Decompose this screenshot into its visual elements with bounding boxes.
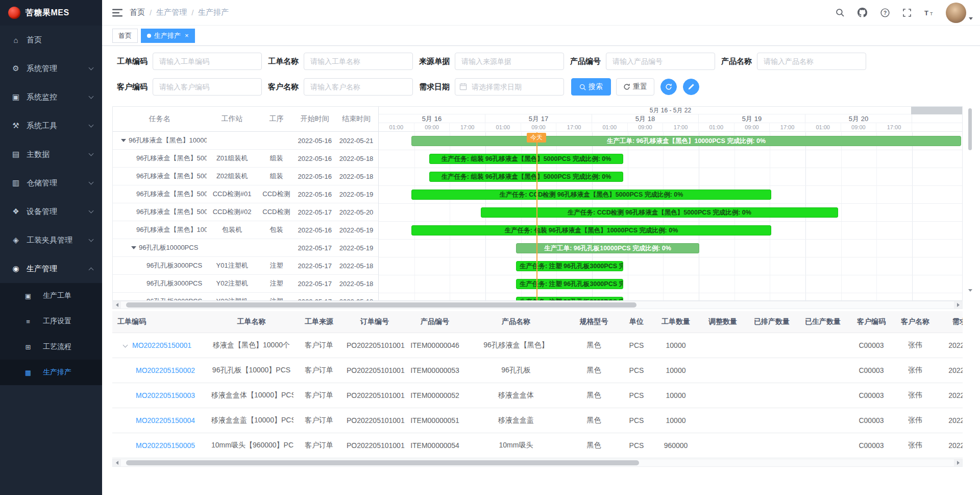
customer-name-input[interactable]: [304, 78, 413, 96]
gantt-task-bar[interactable]: 生产任务: 注塑 96孔孔板3000PCS 完成比例: 0%: [516, 297, 623, 300]
chevron-down-icon: [89, 65, 94, 70]
search-icon[interactable]: [836, 8, 844, 17]
scrollbar-track[interactable]: [121, 301, 954, 309]
workorder-link[interactable]: MO202205150004: [136, 416, 195, 425]
demand-date-input[interactable]: [455, 78, 564, 96]
scroll-right-button[interactable]: [954, 301, 962, 309]
breadcrumb-item[interactable]: 首页: [130, 8, 145, 17]
gantt-order-bar[interactable]: 生产工单: 96孔移液盒【黑色】10000PCS 完成比例: 0%: [411, 136, 961, 146]
source-doc-input[interactable]: [455, 53, 564, 70]
gantt-grid-row[interactable]: 96孔孔板10000PCS2022-05-172022-05-19: [113, 239, 378, 257]
tab-label: 生产排产: [154, 31, 181, 40]
sidebar-item-production-workorder[interactable]: ▣生产工单: [0, 283, 102, 309]
gantt-task-bar[interactable]: 生产任务: CCD检测 96孔移液盒【黑色】5000PCS 完成比例: 0%: [481, 207, 838, 218]
table-row[interactable]: MO202205150001移液盒【黑色】10000个客户订单PO2022051…: [112, 333, 963, 358]
gantt-grid-row[interactable]: 96孔移液盒【黑色】10000PCS2022-05-162022-05-21: [113, 132, 378, 150]
tree-expand-icon[interactable]: [131, 246, 136, 249]
table-row[interactable]: MO202205150003移液盒盒体【10000】PCS客户订单PO20220…: [112, 383, 963, 408]
github-icon[interactable]: [857, 8, 867, 17]
table-row[interactable]: MO20220515000510mm吸头【960000】PCS客户订单PO202…: [112, 433, 963, 458]
sidebar-item-warehouse-mgmt[interactable]: ▥仓储管理: [0, 169, 102, 197]
workorder-code-input[interactable]: [153, 53, 262, 70]
workorder-link[interactable]: MO202205150002: [136, 366, 195, 374]
table-row[interactable]: MO202205150004移液盒盒盖【10000】PCS客户订单PO20220…: [112, 408, 963, 433]
gantt-grid-row[interactable]: 96孔孔板3000PCSY01注塑机注塑2022-05-172022-05-18: [113, 257, 378, 275]
scrollbar-track[interactable]: [121, 459, 954, 466]
sidebar-item-label: 首页: [27, 35, 42, 45]
device-icon: ❖: [10, 207, 21, 216]
sidebar-item-device-mgmt[interactable]: ❖设备管理: [0, 197, 102, 226]
edit-columns-button[interactable]: [683, 79, 699, 95]
scroll-right-button[interactable]: [954, 459, 962, 466]
scrollbar-thumb[interactable]: [968, 108, 972, 150]
workorder-link[interactable]: MO202205150001: [132, 341, 191, 349]
product-name-input[interactable]: [757, 53, 866, 70]
gantt-task-bar[interactable]: 生产任务: CCD检测 96孔移液盒【黑色】5000PCS 完成比例: 0%: [411, 190, 771, 200]
scrollbar-thumb[interactable]: [126, 460, 639, 465]
column-header: 单位: [621, 311, 652, 333]
gantt-station: CCD检测#01: [207, 190, 258, 199]
sidebar-item-system-mgmt[interactable]: ⚙系统管理: [0, 54, 102, 83]
gantt-task-name: 96孔孔板3000PCS: [113, 261, 207, 270]
workorder-link[interactable]: MO202205150005: [136, 441, 195, 450]
sidebar-item-process-settings[interactable]: ≡工序设置: [0, 309, 102, 334]
scroll-down-button[interactable]: [968, 289, 972, 292]
gantt-task-grid: 任务名工作站工序开始时间结束时间 96孔移液盒【黑色】10000PCS2022-…: [113, 107, 379, 300]
table-row[interactable]: MO20220515000296孔孔板【10000】PCS客户订单PO20220…: [112, 358, 963, 383]
sidebar-item-production-mgmt[interactable]: ◉生产管理: [0, 254, 102, 283]
sidebar-item-system-tools[interactable]: ⚒系统工具: [0, 111, 102, 140]
sidebar-item-system-monitor[interactable]: ▣系统监控: [0, 83, 102, 111]
hamburger-icon[interactable]: [102, 9, 130, 17]
font-size-icon[interactable]: TT: [924, 9, 935, 16]
gantt-grid-row[interactable]: 96孔移液盒【黑色】5000PCSZ02组装机组装2022-05-162022-…: [113, 168, 378, 185]
product-code-input[interactable]: [606, 53, 715, 70]
app-logo[interactable]: 苦糖果MES: [0, 0, 102, 26]
customer-code-input[interactable]: [153, 78, 262, 96]
sidebar-item-home[interactable]: ⌂首页: [0, 26, 102, 54]
gantt-grid-row[interactable]: 96孔移液盒【黑色】5000PCSZ01组装机组装2022-05-162022-…: [113, 150, 378, 168]
workorder-name-input[interactable]: [304, 53, 413, 70]
scrollbar-thumb[interactable]: [126, 302, 636, 308]
scroll-left-button[interactable]: [113, 459, 121, 466]
gantt-task-bar[interactable]: 生产任务: 注塑 96孔孔板3000PCS 完成比例: 0%: [516, 279, 623, 289]
table-horizontal-scrollbar[interactable]: [112, 459, 963, 467]
gantt-grid-row[interactable]: 96孔移液盒【黑色】5000PCSCCD检测#01CCD检测2022-05-16…: [113, 185, 378, 203]
close-icon[interactable]: ×: [185, 32, 189, 39]
gantt-grid-row[interactable]: 96孔孔板3000PCSY02注塑机注塑2022-05-172022-05-18: [113, 275, 378, 293]
sidebar-item-fixture-mgmt[interactable]: ◈工装夹具管理: [0, 226, 102, 254]
gantt-grid-row[interactable]: 96孔孔板3000PCSY03注塑机注塑2022-05-172022-05-18: [113, 293, 378, 301]
gantt-grid-row[interactable]: 96孔移液盒【黑色】5000PCSCCD检测#02CCD检测2022-05-17…: [113, 203, 378, 221]
sidebar-item-production-scheduling[interactable]: ▦生产排产: [0, 360, 102, 385]
gantt-grid-row[interactable]: 96孔移液盒【黑色】10000PCS包装机包装2022-05-162022-05…: [113, 221, 378, 239]
gantt-task-bar[interactable]: 生产任务: 组装 96孔移液盒【黑色】5000PCS 完成比例: 0%: [429, 172, 623, 182]
tree-expand-icon[interactable]: [121, 139, 126, 142]
user-menu[interactable]: [946, 3, 980, 23]
scroll-left-button[interactable]: [113, 301, 121, 309]
table-cell: 10mm吸头【960000】PCS: [209, 433, 293, 458]
gantt-start-time: 2022-05-16: [295, 173, 334, 180]
gantt-vertical-scrollbar[interactable]: [968, 106, 972, 301]
bar-label: 生产任务: 包装 96孔移液盒【黑色】10000PCS 完成比例: 0%: [505, 226, 678, 235]
gantt-order-bar[interactable]: 生产工单: 96孔孔板10000PCS 完成比例: 0%: [516, 243, 699, 253]
workorder-link[interactable]: MO202205150003: [136, 391, 195, 399]
row-line: [379, 168, 962, 168]
sidebar-item-master-data[interactable]: ▤主数据: [0, 140, 102, 169]
gantt-task-bar[interactable]: 生产任务: 注塑 96孔孔板3000PCS 完成比例: 0%: [516, 261, 623, 271]
gantt-hour-label: 01:00: [805, 123, 841, 131]
row-expand-icon[interactable]: [123, 342, 128, 347]
breadcrumb-item[interactable]: 生产管理: [156, 8, 187, 17]
gantt-task-bar[interactable]: 生产任务: 包装 96孔移液盒【黑色】10000PCS 完成比例: 0%: [411, 225, 771, 235]
gantt-horizontal-scrollbar[interactable]: [112, 301, 963, 309]
workorder-code-cell: MO202205150002: [112, 358, 209, 383]
question-icon[interactable]: ?: [880, 8, 890, 17]
reset-button[interactable]: 重置: [616, 78, 654, 96]
gantt-task-bar[interactable]: 生产任务: 组装 96孔移液盒【黑色】5000PCS 完成比例: 0%: [429, 154, 623, 164]
sidebar-item-craft-flow[interactable]: ⊞工艺流程: [0, 334, 102, 360]
tab-home[interactable]: 首页: [112, 29, 138, 43]
tab-production-schedule[interactable]: 生产排产×: [141, 29, 195, 43]
fullscreen-icon[interactable]: [903, 9, 911, 17]
refresh-circle-button[interactable]: [660, 79, 677, 95]
workorder-icon: ▣: [23, 292, 33, 300]
search-button[interactable]: 搜索: [571, 78, 611, 96]
avatar[interactable]: [946, 3, 966, 23]
